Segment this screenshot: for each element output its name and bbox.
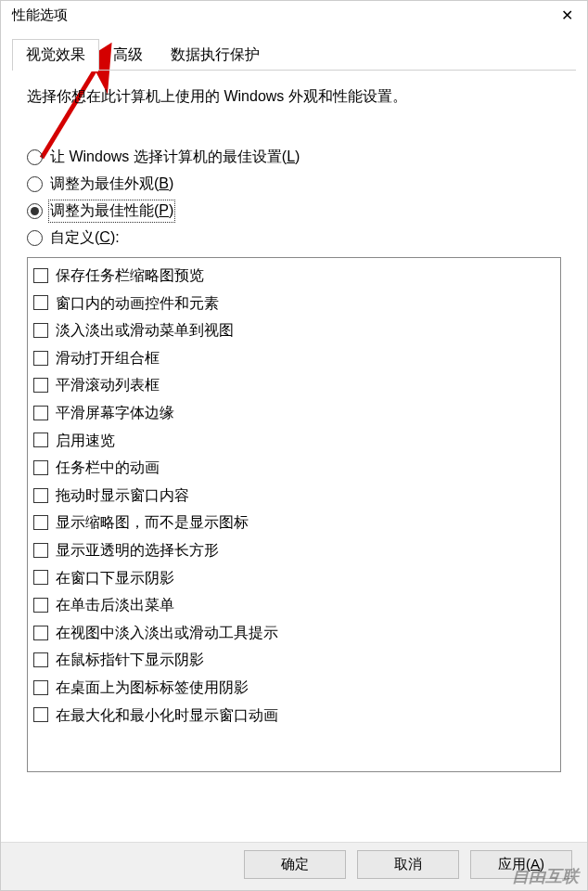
radio-best-appearance[interactable]: 调整为最佳外观(B) (27, 171, 561, 198)
list-item[interactable]: 任务栏中的动画 (33, 454, 555, 482)
checkbox-label: 在单击后淡出菜单 (56, 593, 174, 617)
checkbox-icon (33, 268, 48, 283)
checkbox-icon (33, 351, 48, 366)
checkbox-icon (33, 460, 48, 475)
list-item[interactable]: 在单击后淡出菜单 (33, 591, 555, 619)
checkbox-label: 保存任务栏缩略图预览 (56, 264, 204, 288)
checkbox-icon (33, 515, 48, 530)
description-text: 选择你想在此计算机上使用的 Windows 外观和性能设置。 (27, 87, 561, 107)
list-item[interactable]: 窗口内的动画控件和元素 (33, 290, 555, 317)
checkbox-label: 窗口内的动画控件和元素 (56, 291, 219, 316)
list-item[interactable]: 在最大化和最小化时显示窗口动画 (33, 702, 555, 730)
checkbox-label: 在视图中淡入淡出或滑动工具提示 (56, 621, 278, 645)
checkbox-icon (33, 570, 48, 585)
radio-icon (27, 149, 43, 165)
window-title: 性能选项 (12, 6, 68, 24)
radio-custom[interactable]: 自定义(C): (27, 225, 561, 252)
checkbox-label: 淡入淡出或滑动菜单到视图 (56, 318, 234, 342)
list-item[interactable]: 滑动打开组合框 (33, 344, 555, 372)
visual-effects-listbox[interactable]: 保存任务栏缩略图预览窗口内的动画控件和元素淡入淡出或滑动菜单到视图滑动打开组合框… (27, 257, 561, 772)
list-item[interactable]: 在窗口下显示阴影 (33, 564, 555, 592)
checkbox-label: 显示缩略图，而不是显示图标 (56, 510, 249, 535)
checkbox-label: 任务栏中的动画 (56, 456, 160, 480)
tab-dep[interactable]: 数据执行保护 (157, 39, 274, 71)
list-item[interactable]: 显示亚透明的选择长方形 (33, 536, 555, 564)
checkbox-icon (33, 406, 48, 420)
apply-button[interactable]: 应用(A) (470, 850, 572, 879)
list-item[interactable]: 淡入淡出或滑动菜单到视图 (33, 316, 555, 344)
cancel-button[interactable]: 取消 (357, 850, 459, 879)
checkbox-icon (33, 295, 48, 310)
checkbox-label: 平滑屏幕字体边缘 (56, 401, 174, 425)
radio-icon (27, 203, 43, 219)
checkbox-label: 滑动打开组合框 (56, 346, 160, 370)
checkbox-label: 拖动时显示窗口内容 (56, 484, 189, 508)
radio-group: 让 Windows 选择计算机的最佳设置(L) 调整为最佳外观(B) 调整为最佳… (27, 144, 561, 252)
checkbox-icon (33, 323, 48, 338)
checkbox-label: 在窗口下显示阴影 (56, 566, 174, 590)
checkbox-label: 显示亚透明的选择长方形 (56, 538, 219, 562)
checkbox-label: 启用速览 (56, 429, 115, 453)
list-item[interactable]: 在视图中淡入淡出或滑动工具提示 (33, 619, 555, 647)
list-item[interactable]: 拖动时显示窗口内容 (33, 482, 555, 510)
checkbox-icon (33, 488, 48, 503)
radio-icon (27, 230, 43, 246)
radio-icon (27, 176, 43, 192)
radio-best-performance[interactable]: 调整为最佳性能(P) (27, 198, 561, 225)
tab-content: 选择你想在此计算机上使用的 Windows 外观和性能设置。 让 Windows… (1, 71, 587, 842)
tab-visual-effects[interactable]: 视觉效果 (12, 39, 99, 71)
list-item[interactable]: 平滑滚动列表框 (33, 371, 555, 399)
performance-options-window: 性能选项 ✕ 视觉效果 高级 数据执行保护 选择你想在此计算机上使用的 Wind… (0, 0, 588, 891)
checkbox-icon (33, 543, 48, 558)
checkbox-icon (33, 707, 48, 722)
list-item[interactable]: 在鼠标指针下显示阴影 (33, 646, 555, 674)
list-item[interactable]: 显示缩略图，而不是显示图标 (33, 509, 555, 536)
button-bar: 确定 取消 应用(A) (1, 842, 587, 890)
checkbox-icon (33, 598, 48, 613)
checkbox-label: 在桌面上为图标标签使用阴影 (56, 676, 249, 700)
checkbox-icon (33, 626, 48, 640)
checkbox-icon (33, 652, 48, 667)
checkbox-label: 在鼠标指针下显示阴影 (56, 648, 204, 672)
tab-advanced[interactable]: 高级 (99, 39, 157, 71)
list-item[interactable]: 启用速览 (33, 427, 555, 455)
list-item[interactable]: 在桌面上为图标标签使用阴影 (33, 674, 555, 702)
list-item[interactable]: 保存任务栏缩略图预览 (33, 262, 555, 290)
close-icon[interactable]: ✕ (556, 6, 578, 24)
titlebar: 性能选项 ✕ (1, 1, 587, 30)
checkbox-icon (33, 378, 48, 393)
checkbox-label: 平滑滚动列表框 (56, 373, 160, 397)
checkbox-label: 在最大化和最小化时显示窗口动画 (56, 704, 278, 728)
radio-let-windows-choose[interactable]: 让 Windows 选择计算机的最佳设置(L) (27, 144, 561, 171)
list-item[interactable]: 平滑屏幕字体边缘 (33, 399, 555, 427)
checkbox-icon (33, 680, 48, 695)
tab-bar: 视觉效果 高级 数据执行保护 (1, 39, 587, 71)
checkbox-icon (33, 433, 48, 447)
ok-button[interactable]: 确定 (244, 850, 346, 879)
